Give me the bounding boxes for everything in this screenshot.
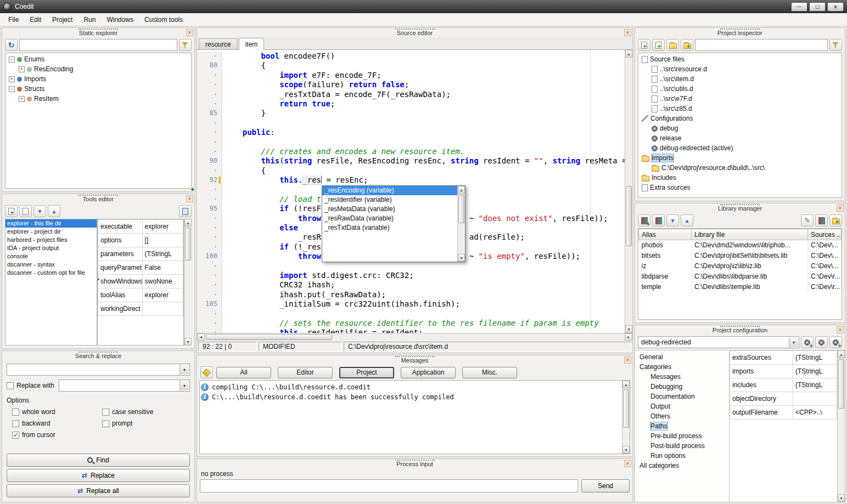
property-row[interactable]: includes(TStringL — [730, 378, 837, 392]
property-value[interactable]: [] — [142, 234, 183, 247]
code-line[interactable]: · import e7F: encode_7F; — [197, 71, 625, 80]
add-tool-button[interactable] — [5, 205, 18, 217]
close-panel-icon[interactable] — [186, 195, 193, 202]
property-row[interactable]: executableexplorer — [98, 220, 183, 234]
list-item[interactable]: explorer - this file dir — [5, 219, 97, 228]
completion-item[interactable]: _resTxtData (variable) — [322, 223, 457, 233]
add-folder-button[interactable] — [681, 39, 693, 51]
menu-item-windows[interactable]: Windows — [102, 14, 138, 25]
code-line[interactable]: 92 this._res = resEnc; — [197, 175, 625, 185]
list-item[interactable]: explorer - project dir — [5, 228, 97, 236]
option-checkbox-whole-word[interactable]: whole word — [12, 408, 100, 416]
scroll-up-icon[interactable] — [458, 186, 465, 194]
scroll-down-icon[interactable] — [458, 254, 465, 262]
menu-item-custom-tools[interactable]: Custom tools — [139, 14, 188, 25]
close-panel-icon[interactable] — [624, 29, 631, 36]
code-line[interactable]: · { — [197, 166, 625, 175]
code-line[interactable]: 80 { — [197, 61, 625, 70]
scroll-left-icon[interactable] — [197, 333, 205, 341]
refresh-button[interactable] — [5, 39, 18, 51]
tree-item[interactable]: Structs — [5, 84, 191, 94]
remove-library-button[interactable] — [652, 214, 665, 226]
replace-button[interactable]: Replace — [7, 469, 190, 482]
editor-horizontal-scrollbar[interactable] — [197, 333, 632, 341]
register-library-button[interactable] — [815, 214, 828, 226]
edit-library-button[interactable] — [801, 214, 814, 226]
menu-item-file[interactable]: File — [3, 14, 24, 25]
completion-item[interactable]: _resRawData (variable) — [322, 214, 457, 223]
property-row[interactable]: toolAliasexplorer — [98, 288, 183, 302]
dropdown-arrow-icon[interactable] — [180, 381, 189, 390]
code-line[interactable]: · import std.digest.crc: CRC32; — [197, 271, 625, 280]
category-item-general[interactable]: General — [635, 352, 729, 362]
code-line[interactable]: · public: — [197, 128, 625, 137]
inspector-filter-button[interactable] — [829, 39, 842, 51]
property-row[interactable]: workingDirect — [98, 302, 183, 316]
find-button[interactable]: Find — [7, 454, 190, 467]
option-checkbox-case-sensitive[interactable]: case sensitive — [102, 408, 190, 416]
property-row[interactable]: outputFilename<CPP>..\ — [730, 406, 837, 420]
autocomplete-scrollbar[interactable] — [457, 186, 465, 262]
property-value[interactable]: explorer — [142, 220, 183, 234]
remove-configuration-button[interactable] — [815, 336, 828, 348]
filter-button-editor[interactable]: Editor — [278, 367, 333, 378]
option-checkbox-prompt[interactable]: prompt — [102, 420, 190, 427]
category-item-categories[interactable]: Categories — [635, 362, 729, 372]
scroll-thumb[interactable] — [626, 186, 632, 246]
scroll-thumb[interactable] — [206, 334, 332, 340]
code-line[interactable]: 105 _initialSum = crc322uint(ihash.finis… — [197, 299, 625, 309]
scroll-up-icon[interactable] — [184, 219, 192, 226]
tree-item[interactable]: debug — [638, 123, 842, 133]
tree-item[interactable]: Includes — [638, 173, 842, 183]
tree-item[interactable]: Source files — [638, 54, 842, 64]
add-library-button[interactable] — [638, 214, 650, 226]
tree-item[interactable]: release — [638, 133, 842, 143]
code-line[interactable]: · — [197, 262, 625, 271]
column-header[interactable]: Sources ... — [808, 229, 842, 240]
code-line[interactable]: 90 this(string resFile, ResEncoding resE… — [197, 156, 625, 166]
property-value[interactable] — [142, 302, 183, 316]
code-line[interactable]: · // sets the resource identifier to the… — [197, 319, 625, 328]
code-line[interactable]: · CRC32 ihash; — [197, 280, 625, 290]
scroll-thumb[interactable] — [623, 389, 629, 428]
column-header[interactable]: Library file — [692, 229, 808, 240]
property-value[interactable] — [793, 392, 837, 406]
tree-item[interactable]: ..\src\utils.d — [638, 84, 842, 94]
category-item-paths[interactable]: Paths — [635, 421, 729, 431]
expander-minus-icon[interactable] — [9, 56, 15, 63]
completion-item[interactable]: _resEncoding (variable) — [322, 186, 457, 195]
code-line[interactable]: · bool encodee7F() — [197, 52, 625, 61]
code-line[interactable]: · — [197, 309, 625, 319]
message-row[interactable]: compiling C:\...\build\resource.d.coedit — [201, 382, 621, 392]
configuration-combobox[interactable]: debug-redirected — [638, 336, 799, 348]
code-line[interactable]: · — [197, 138, 625, 147]
category-item-post-build-process[interactable]: Post-build process — [635, 441, 729, 451]
close-panel-icon[interactable] — [837, 326, 844, 333]
replace-with-checkbox[interactable]: Replace with — [7, 382, 54, 389]
property-value[interactable]: swoNone — [142, 275, 183, 288]
move-tool-up-button[interactable] — [48, 205, 60, 217]
add-configuration-button[interactable] — [801, 336, 814, 348]
menu-item-project[interactable]: Project — [47, 14, 77, 25]
filter-button-project[interactable]: Project — [339, 367, 394, 378]
maximize-button[interactable] — [809, 2, 826, 12]
category-item-others[interactable]: Others — [635, 411, 729, 421]
tree-item[interactable]: Imports — [638, 153, 842, 163]
property-row[interactable]: parameters(TStringL — [98, 247, 183, 261]
collapse-arrow-icon[interactable] — [97, 276, 100, 282]
editor-tab-resource[interactable]: resource — [199, 38, 238, 49]
scroll-down-icon[interactable] — [622, 446, 630, 454]
property-row[interactable]: options[] — [98, 234, 183, 247]
tree-item[interactable]: Extra sources — [638, 183, 842, 192]
property-row[interactable]: objectDirectory — [730, 392, 837, 406]
code-line[interactable]: · return true; — [197, 99, 625, 109]
scroll-thumb[interactable] — [458, 195, 464, 223]
message-row[interactable]: C:\...\build\resource.d.coedit has been … — [201, 392, 621, 402]
expander-minus-icon[interactable] — [9, 86, 15, 92]
move-library-up-button[interactable] — [681, 214, 693, 226]
scroll-up-icon[interactable] — [625, 50, 632, 58]
scroll-down-icon[interactable] — [838, 494, 845, 502]
category-item-all-categories[interactable]: All categories — [635, 461, 729, 471]
expander-plus-icon[interactable] — [9, 76, 15, 82]
menu-item-edit[interactable]: Edit — [25, 14, 46, 25]
